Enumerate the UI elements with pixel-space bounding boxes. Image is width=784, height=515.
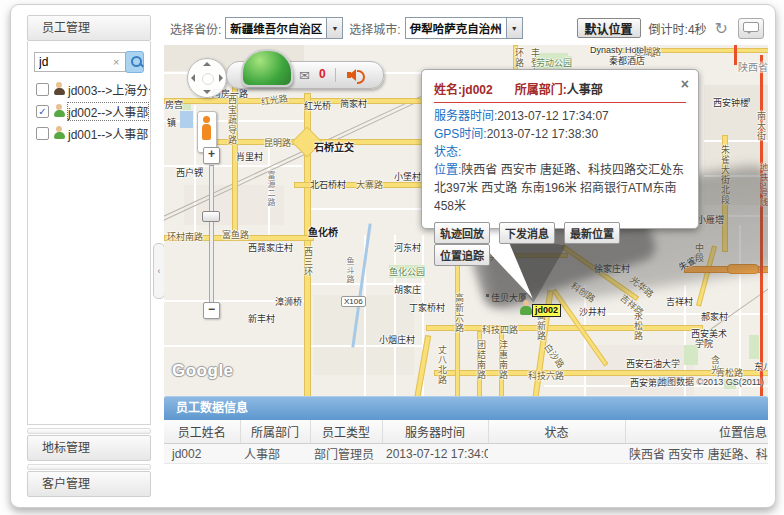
- popup-action-button[interactable]: 下发消息: [499, 222, 555, 244]
- popup-divider: [434, 102, 686, 103]
- employee-label[interactable]: jd001-->人事部: [68, 125, 148, 142]
- zoom-in-button[interactable]: +: [203, 147, 220, 164]
- employee-checkbox[interactable]: ✓: [36, 105, 49, 118]
- map-label: 西安钟楼: [713, 96, 749, 109]
- employee-checkbox[interactable]: [36, 127, 49, 140]
- grid-column-header[interactable]: 服务器时间: [382, 420, 488, 444]
- map-label: 房宫: [165, 98, 183, 111]
- popup-actions: 轨迹回放下发消息最新位置位置追踪: [434, 222, 686, 266]
- panel-divider: [27, 464, 151, 470]
- employee-avatar-icon: [53, 104, 66, 118]
- default-position-button[interactable]: 默认位置: [577, 18, 641, 38]
- popup-detail-rows: 服务器时间:2013-07-12 17:34:07GPS时间:2013-07-1…: [434, 107, 686, 215]
- countdown-text: 倒计时:4秒: [649, 20, 707, 37]
- refresh-icon[interactable]: ↻: [715, 19, 728, 38]
- search-button[interactable]: [125, 51, 144, 73]
- province-label: 选择省份:: [170, 20, 221, 37]
- employee-row[interactable]: jd003-->上海分公司: [36, 81, 150, 97]
- map-label: 丁家桥村: [409, 301, 445, 314]
- map-label: 秦都酒店: [609, 54, 645, 67]
- employee-data-grid: 员工数据信息 员工姓名所属部门员工类型服务器时间状态位置信息 jd002人事部部…: [164, 396, 768, 503]
- map-label: 沙井村: [579, 305, 606, 318]
- employee-label[interactable]: jd003-->上海分公司: [68, 81, 151, 98]
- sidebar: 员工管理 × jd003-->上海分公司✓jd002-->人事部jd001-->…: [27, 15, 151, 497]
- pan-down-icon[interactable]: [203, 90, 211, 94]
- map-label: 肖里村: [236, 150, 263, 163]
- pan-center-icon[interactable]: [202, 73, 214, 85]
- clear-search-icon[interactable]: ×: [113, 56, 119, 68]
- grid-column-header[interactable]: 位置信息: [625, 420, 768, 444]
- envelope-icon[interactable]: ✉: [299, 68, 310, 83]
- map-label: 西三环: [302, 247, 315, 277]
- zoom-out-button[interactable]: −: [203, 302, 220, 319]
- map-label: 西晁家庄村: [248, 241, 293, 254]
- chevron-down-icon: ▼: [326, 18, 342, 38]
- popup-detail-row: 位置:陕西省 西安市 唐延路、科技四路交汇处东北397米 西丈路 东南196米 …: [434, 161, 686, 215]
- map-label: X106: [341, 296, 366, 307]
- grid-column-header[interactable]: 员工类型: [310, 420, 382, 444]
- map-label: 小烟庄村: [379, 333, 415, 346]
- popup-action-button[interactable]: 最新位置: [564, 222, 620, 244]
- map-label: 简家村: [340, 97, 367, 110]
- google-logo: Google: [172, 361, 234, 381]
- message-count: 0: [319, 67, 326, 81]
- stage: 员工管理 × jd003-->上海分公司✓jd002-->人事部jd001-->…: [0, 0, 784, 515]
- popup-action-button[interactable]: 位置追踪: [434, 244, 490, 266]
- grid-title-bar: 员工数据信息: [164, 396, 768, 420]
- map-label: 陕西省: [738, 59, 768, 74]
- status-dome-icon[interactable]: [241, 49, 293, 87]
- map-label: 劳动公园: [536, 56, 572, 69]
- map-label: 鱼斗路: [344, 257, 355, 284]
- grid-column-header[interactable]: 员工姓名: [164, 420, 240, 444]
- map-label: 西安石油大学: [626, 357, 680, 370]
- zoom-slider-thumb[interactable]: [202, 211, 220, 222]
- accordion-employee-management[interactable]: 员工管理: [27, 15, 151, 41]
- employee-label[interactable]: jd002-->人事部: [68, 103, 148, 120]
- accordion-landmark-management[interactable]: 地标管理: [27, 435, 151, 461]
- pan-right-icon[interactable]: [219, 74, 223, 82]
- app-window: 员工管理 × jd003-->上海分公司✓jd002-->人事部jd001-->…: [10, 4, 776, 508]
- employee-marker-label[interactable]: jd002: [532, 304, 561, 317]
- pan-left-icon[interactable]: [191, 74, 195, 82]
- map-label: 科技六路: [528, 369, 564, 382]
- map-label: 河东村: [394, 241, 421, 254]
- pan-up-icon[interactable]: [203, 62, 211, 66]
- employee-row[interactable]: ✓jd002-->人事部: [36, 103, 150, 119]
- divider: [335, 68, 336, 82]
- popup-detail-row: 服务器时间:2013-07-12 17:34:07: [434, 107, 686, 125]
- map-label: 小堡村: [394, 170, 421, 183]
- map-label: 大寨路: [356, 178, 383, 191]
- panel-divider: [27, 428, 151, 434]
- map-canvas[interactable]: 红光路红光桥简家村阿房一路西宝蔬导路昆明路石桥立交肖里村西户铁房宫镇北石桥村大寨…: [164, 45, 768, 396]
- grid-cell: 人事部: [240, 444, 310, 464]
- map-pan-control[interactable]: [187, 58, 227, 98]
- chevron-down-icon: ▼: [506, 18, 522, 38]
- map-attribution: 地图数据 ©2013 GS(2011): [658, 375, 764, 388]
- employee-avatar-icon: [53, 82, 66, 96]
- map-label: 北石桥村: [310, 178, 346, 191]
- close-icon[interactable]: ×: [681, 76, 689, 92]
- map-label: 郝家村: [701, 310, 728, 323]
- city-select[interactable]: 伊犁哈萨克自治州 ▼: [405, 17, 523, 39]
- map-label: 镇: [167, 116, 176, 129]
- employee-row[interactable]: jd001-->人事部: [36, 125, 150, 141]
- popup-action-button[interactable]: 轨迹回放: [434, 222, 490, 244]
- grid-row[interactable]: jd002人事部部门管理员2013-07-12 17:34:07陕西省 西安市 …: [164, 444, 768, 464]
- map-label: 富鱼路: [222, 228, 249, 241]
- employee-checkbox[interactable]: [36, 83, 49, 96]
- message-bubble-button[interactable]: [738, 18, 764, 39]
- pegman-icon: [203, 116, 210, 123]
- map-label: 南大街: [755, 111, 768, 141]
- grid-column-header[interactable]: 所属部门: [240, 420, 310, 444]
- province-select[interactable]: 新疆维吾尔自治区 ▼: [225, 17, 343, 39]
- grid-column-header[interactable]: 状态: [488, 420, 625, 444]
- zoom-slider-track[interactable]: [209, 165, 214, 303]
- accordion-customer-management[interactable]: 客户管理: [27, 471, 151, 497]
- city-label: 选择城市:: [349, 20, 400, 37]
- map-label: 鱼化桥: [308, 224, 338, 239]
- toolbar: 选择省份: 新疆维吾尔自治区 ▼ 选择城市: 伊犁哈萨克自治州 ▼ 默认位置 倒…: [164, 11, 768, 45]
- employee-info-popup: × 姓名:jd002所属部门:人事部 服务器时间:2013-07-12 17:3…: [421, 69, 699, 229]
- map-label: 红光路: [260, 91, 289, 108]
- map-label: 东八里村: [754, 360, 768, 373]
- speaker-icon[interactable]: [347, 69, 363, 81]
